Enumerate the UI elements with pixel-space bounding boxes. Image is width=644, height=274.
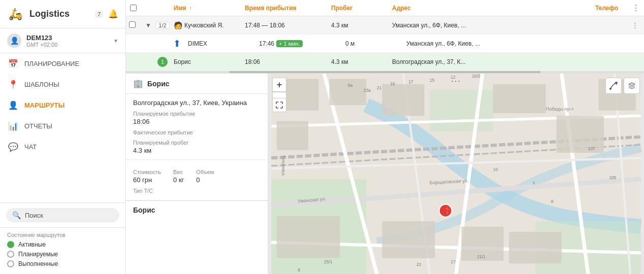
- svg-text:5а: 5а: [348, 83, 353, 88]
- num-badge: 1: [157, 57, 168, 67]
- status-active[interactable]: Активные: [7, 241, 118, 248]
- cost-col: Стоимость 60 грн: [133, 165, 161, 184]
- row-address-cell: Уманская ул., 6Ф, Киев, ...: [388, 22, 591, 29]
- detail-title: Борис: [147, 80, 170, 88]
- search-icon: 🔍: [12, 211, 21, 219]
- header-icons: 7 🔔: [95, 8, 119, 20]
- sidebar-item-templates[interactable]: 📍 ШАБЛОНЫ: [0, 74, 125, 95]
- done-dot: [7, 260, 14, 267]
- select-all-checkbox[interactable]: [130, 5, 137, 11]
- row-time-cell: 18:06: [241, 58, 327, 65]
- row-time-cell: 17:46 + 1 мин.: [255, 40, 341, 47]
- vehicle-label: Тип Т/С: [133, 188, 261, 194]
- row-mileage-cell: 4.3 км: [327, 22, 388, 29]
- map-top-right-controls: [605, 78, 640, 94]
- sidebar-item-label: ПЛАНИРОВАНИЕ: [24, 60, 79, 67]
- svg-rect-18: [493, 84, 546, 113]
- row-checkbox[interactable]: [129, 21, 136, 28]
- map-route-button[interactable]: [605, 78, 622, 94]
- user-timezone: GMT +02:00: [26, 42, 108, 48]
- active-dot: [7, 241, 14, 248]
- row-address-cell: Уманская ул., 6Ф, Киев, ...: [402, 40, 591, 47]
- planned-arrival-value: 18:06: [133, 118, 261, 125]
- done-label: Выполненные: [18, 260, 58, 267]
- user-section[interactable]: 👤 DEM123 GMT +02:00 ▼: [0, 28, 125, 53]
- map-expand-section: [272, 98, 286, 112]
- svg-text:Тополевск.: Тополевск.: [281, 155, 286, 177]
- map-area: Уманская ул. Борщаговская ул. Победы пр-…: [268, 74, 644, 274]
- col-name-header[interactable]: Имя ↑: [170, 5, 241, 12]
- svg-text:Победы пр-т: Победы пр-т: [546, 107, 574, 112]
- col-mileage-header[interactable]: Пробег: [327, 5, 388, 12]
- svg-text:19: 19: [390, 81, 395, 86]
- svg-text:8: 8: [298, 267, 300, 272]
- user-info: DEM123 GMT +02:00: [26, 34, 108, 48]
- zoom-in-button[interactable]: +: [272, 78, 286, 92]
- svg-text:📍: 📍: [443, 207, 452, 215]
- svg-text:17: 17: [451, 259, 456, 264]
- planned-arrival-label: Планируемое прибытие: [133, 111, 261, 117]
- app-title: Logistics: [29, 9, 90, 19]
- chevron-down-icon: ▼: [113, 38, 118, 44]
- delivery-icon: ⬆: [173, 38, 181, 49]
- planned-dot: [7, 251, 14, 258]
- expand-icon: [276, 101, 283, 109]
- row-expand-button[interactable]: ▼: [141, 22, 155, 29]
- map-layers-button[interactable]: [624, 78, 640, 94]
- status-planned[interactable]: Планируемые: [7, 251, 118, 258]
- sidebar-item-chat[interactable]: 💬 ЧАТ: [0, 136, 125, 157]
- col-time-header[interactable]: Время прибытия: [241, 5, 327, 12]
- svg-rect-24: [509, 232, 562, 263]
- weight-label: Вес: [173, 169, 184, 175]
- col-check: [126, 5, 141, 11]
- row-address-cell: Волгоградская ул., 37, К...: [388, 58, 591, 65]
- notifications-count[interactable]: 7: [95, 11, 103, 18]
- row-mileage-cell: 0 м: [341, 40, 402, 47]
- row-check: [126, 58, 141, 65]
- volume-value: 0: [196, 176, 214, 184]
- table-header: Имя ↑ Время прибытия Пробег Адрес Телефо…: [126, 0, 644, 16]
- detail-panel: 🏢 Борис Волгоградская ул., 37, Киев, Укр…: [126, 74, 268, 274]
- svg-rect-21: [277, 216, 340, 258]
- table-row[interactable]: 1 Борис 18:06 4.3 км Волгоградская ул., …: [126, 53, 644, 71]
- planned-mileage-label: Планируемый пробег: [133, 140, 261, 146]
- col-more-header[interactable]: ⋮: [632, 3, 644, 13]
- svg-rect-2: [430, 89, 493, 131]
- svg-text:10/2: 10/2: [472, 74, 480, 79]
- routes-icon: 👤: [8, 100, 18, 110]
- svg-text:22: 22: [416, 262, 422, 267]
- sidebar-item-label: ЧАТ: [24, 143, 37, 151]
- table-row: ▼ 1/2 🧑 Кучковский Я. 17:48 — 18:06 4.3 …: [126, 16, 644, 35]
- row-more-button[interactable]: ⋮: [632, 21, 644, 29]
- row-num-cell: 1: [155, 57, 170, 67]
- row-num-cell: ⬆: [170, 38, 184, 49]
- sidebar-header: 🛵 Logistics 7 🔔: [0, 0, 125, 28]
- map-dots: ···: [451, 77, 461, 86]
- detail-cost-row: Стоимость 60 грн Вес 0 кг Объем 0: [133, 165, 261, 184]
- col-phone-header[interactable]: Телефо: [591, 5, 632, 12]
- sidebar-item-planning[interactable]: 📅 ПЛАНИРОВАНИЕ: [0, 53, 125, 74]
- svg-rect-16: [277, 121, 308, 150]
- sidebar-item-label: ОТЧЕТЫ: [24, 122, 52, 130]
- map-expand-button[interactable]: [272, 98, 286, 112]
- cost-value: 60 грн: [133, 176, 161, 184]
- svg-text:21/1: 21/1: [477, 254, 486, 259]
- chat-icon: 💬: [8, 142, 18, 152]
- page-badge: 1/2: [155, 22, 169, 29]
- col-address-header[interactable]: Адрес: [388, 5, 591, 12]
- sidebar-item-reports[interactable]: 📊 ОТЧЕТЫ: [0, 116, 125, 136]
- status-done[interactable]: Выполненные: [7, 260, 118, 267]
- row-time-cell: 17:48 — 18:06: [241, 22, 327, 29]
- bell-button[interactable]: 🔔: [107, 8, 119, 20]
- planning-icon: 📅: [8, 59, 18, 68]
- actual-arrival-label: Фактическое прибытие: [133, 129, 261, 135]
- nav-menu: 📅 ПЛАНИРОВАНИЕ 📍 ШАБЛОНЫ 👤 МАРШРУТЫ 📊 ОТ…: [0, 53, 125, 202]
- table-scrollbar[interactable]: [126, 71, 644, 73]
- search-box[interactable]: 🔍 Поиск: [6, 208, 119, 222]
- svg-rect-17: [382, 84, 424, 116]
- templates-icon: 📍: [8, 80, 18, 89]
- avatar-icon: 👤: [10, 37, 19, 45]
- sidebar-item-label: ШАБЛОНЫ: [24, 81, 59, 88]
- sidebar-item-routes[interactable]: 👤 МАРШРУТЫ: [0, 95, 125, 116]
- row-check: [126, 21, 141, 29]
